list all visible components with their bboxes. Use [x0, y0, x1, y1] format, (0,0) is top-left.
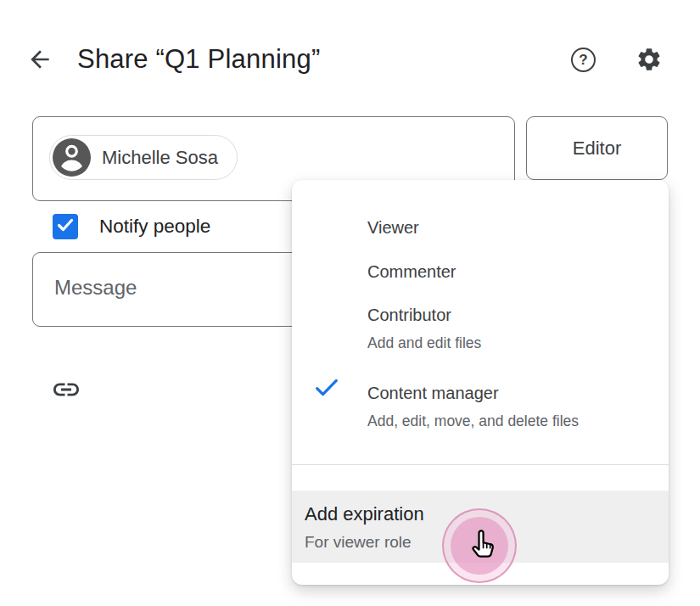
recipient-chip-name: Michelle Sosa [102, 147, 218, 169]
avatar [53, 138, 91, 177]
role-dropdown-label: Editor [573, 137, 621, 160]
add-expiration-description: For viewer role [305, 533, 412, 552]
recipient-chip[interactable]: Michelle Sosa [49, 135, 238, 180]
help-button[interactable]: ? [571, 48, 596, 72]
role-dropdown-button[interactable]: Editor [526, 116, 668, 180]
back-arrow-icon [26, 61, 53, 76]
menu-item-commenter[interactable]: Commenter [367, 262, 456, 282]
hand-cursor-icon [466, 529, 498, 561]
notify-people-checkbox[interactable] [53, 214, 78, 239]
role-menu: Viewer Commenter Contributor Add and edi… [292, 180, 669, 585]
copy-link-button[interactable] [51, 374, 81, 405]
checkbox-checked-icon [55, 215, 76, 238]
menu-item-content-manager-description: Add, edit, move, and delete files [367, 412, 579, 430]
message-placeholder: Message [54, 276, 137, 300]
page-title: Share “Q1 Planning” [77, 44, 320, 75]
gear-icon [636, 61, 663, 76]
notify-people-label: Notify people [99, 216, 210, 238]
menu-divider [292, 464, 669, 465]
check-icon [313, 374, 340, 401]
menu-item-contributor[interactable]: Contributor [367, 306, 451, 325]
menu-item-viewer[interactable]: Viewer [367, 218, 419, 238]
person-icon [53, 138, 91, 177]
back-button[interactable] [26, 46, 53, 73]
menu-item-contributor-description: Add and edit files [367, 334, 481, 352]
add-expiration-label: Add expiration [305, 503, 424, 525]
settings-button[interactable] [636, 46, 663, 73]
link-icon [51, 393, 81, 407]
menu-item-content-manager[interactable]: Content manager [367, 384, 499, 403]
click-indicator [442, 508, 517, 583]
help-icon: ? [579, 53, 587, 67]
